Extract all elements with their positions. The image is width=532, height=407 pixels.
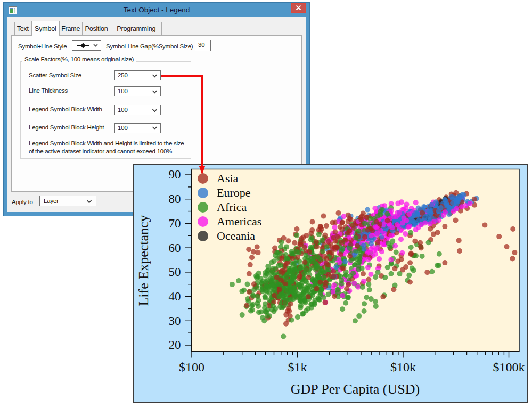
svg-text:70: 70 xyxy=(169,217,181,230)
svg-text:80: 80 xyxy=(169,192,181,206)
svg-text:30: 30 xyxy=(169,314,181,328)
svg-text:GDP Per Capita (USD): GDP Per Capita (USD) xyxy=(291,381,420,397)
svg-text:40: 40 xyxy=(169,290,181,303)
svg-text:90: 90 xyxy=(169,168,181,181)
svg-text:Europe: Europe xyxy=(217,186,251,199)
svg-text:$100: $100 xyxy=(179,360,204,374)
svg-text:Africa: Africa xyxy=(217,200,247,214)
svg-text:Asia: Asia xyxy=(217,172,239,185)
svg-text:20: 20 xyxy=(169,338,181,352)
svg-text:Life Expectancy: Life Expectancy xyxy=(136,215,151,306)
svg-text:$100k: $100k xyxy=(493,360,525,374)
svg-text:50: 50 xyxy=(169,265,181,279)
svg-text:Americas: Americas xyxy=(217,215,261,228)
svg-text:Oceania: Oceania xyxy=(217,229,255,242)
svg-text:$1k: $1k xyxy=(288,360,307,374)
svg-text:$10k: $10k xyxy=(390,360,416,374)
svg-text:60: 60 xyxy=(169,241,181,255)
